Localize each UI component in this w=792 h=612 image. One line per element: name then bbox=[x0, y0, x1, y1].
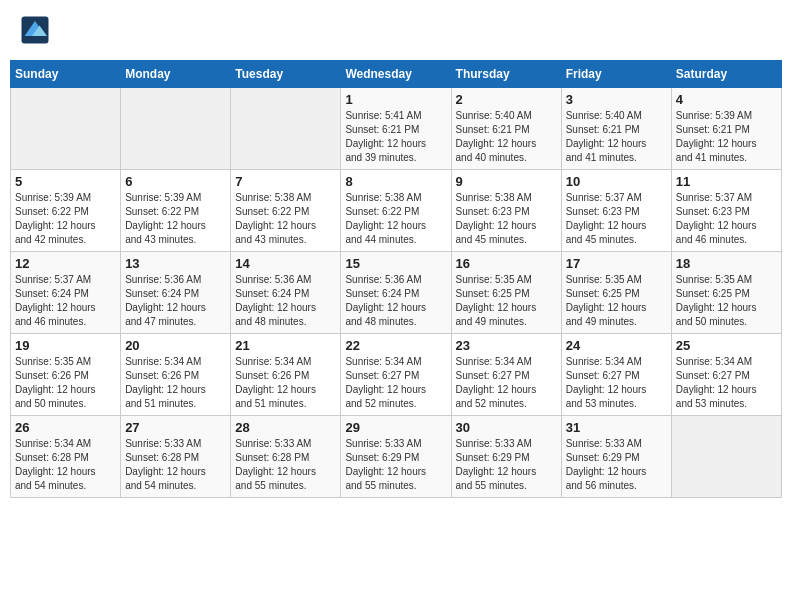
day-info: Sunrise: 5:35 AM Sunset: 6:25 PM Dayligh… bbox=[456, 273, 557, 329]
weekday-header-row: SundayMondayTuesdayWednesdayThursdayFrid… bbox=[11, 61, 782, 88]
calendar-cell: 31Sunrise: 5:33 AM Sunset: 6:29 PM Dayli… bbox=[561, 416, 671, 498]
logo bbox=[20, 15, 55, 45]
calendar-table: SundayMondayTuesdayWednesdayThursdayFrid… bbox=[10, 60, 782, 498]
calendar-cell: 13Sunrise: 5:36 AM Sunset: 6:24 PM Dayli… bbox=[121, 252, 231, 334]
calendar-cell: 23Sunrise: 5:34 AM Sunset: 6:27 PM Dayli… bbox=[451, 334, 561, 416]
calendar-cell: 14Sunrise: 5:36 AM Sunset: 6:24 PM Dayli… bbox=[231, 252, 341, 334]
day-info: Sunrise: 5:36 AM Sunset: 6:24 PM Dayligh… bbox=[125, 273, 226, 329]
day-number: 17 bbox=[566, 256, 667, 271]
calendar-cell: 16Sunrise: 5:35 AM Sunset: 6:25 PM Dayli… bbox=[451, 252, 561, 334]
calendar-week-1: 1Sunrise: 5:41 AM Sunset: 6:21 PM Daylig… bbox=[11, 88, 782, 170]
calendar-cell: 22Sunrise: 5:34 AM Sunset: 6:27 PM Dayli… bbox=[341, 334, 451, 416]
day-info: Sunrise: 5:37 AM Sunset: 6:23 PM Dayligh… bbox=[676, 191, 777, 247]
day-info: Sunrise: 5:39 AM Sunset: 6:22 PM Dayligh… bbox=[125, 191, 226, 247]
day-number: 26 bbox=[15, 420, 116, 435]
day-info: Sunrise: 5:38 AM Sunset: 6:23 PM Dayligh… bbox=[456, 191, 557, 247]
calendar-cell: 26Sunrise: 5:34 AM Sunset: 6:28 PM Dayli… bbox=[11, 416, 121, 498]
day-number: 9 bbox=[456, 174, 557, 189]
weekday-header-wednesday: Wednesday bbox=[341, 61, 451, 88]
day-number: 21 bbox=[235, 338, 336, 353]
calendar-cell: 15Sunrise: 5:36 AM Sunset: 6:24 PM Dayli… bbox=[341, 252, 451, 334]
calendar-cell bbox=[231, 88, 341, 170]
day-number: 2 bbox=[456, 92, 557, 107]
calendar-cell: 2Sunrise: 5:40 AM Sunset: 6:21 PM Daylig… bbox=[451, 88, 561, 170]
calendar-cell: 1Sunrise: 5:41 AM Sunset: 6:21 PM Daylig… bbox=[341, 88, 451, 170]
calendar-cell: 28Sunrise: 5:33 AM Sunset: 6:28 PM Dayli… bbox=[231, 416, 341, 498]
day-info: Sunrise: 5:36 AM Sunset: 6:24 PM Dayligh… bbox=[345, 273, 446, 329]
calendar-cell bbox=[11, 88, 121, 170]
day-number: 23 bbox=[456, 338, 557, 353]
day-number: 28 bbox=[235, 420, 336, 435]
day-number: 1 bbox=[345, 92, 446, 107]
calendar-cell: 3Sunrise: 5:40 AM Sunset: 6:21 PM Daylig… bbox=[561, 88, 671, 170]
calendar-cell bbox=[121, 88, 231, 170]
calendar-header: SundayMondayTuesdayWednesdayThursdayFrid… bbox=[11, 61, 782, 88]
calendar-cell: 17Sunrise: 5:35 AM Sunset: 6:25 PM Dayli… bbox=[561, 252, 671, 334]
day-number: 27 bbox=[125, 420, 226, 435]
calendar-cell: 8Sunrise: 5:38 AM Sunset: 6:22 PM Daylig… bbox=[341, 170, 451, 252]
day-number: 25 bbox=[676, 338, 777, 353]
day-number: 15 bbox=[345, 256, 446, 271]
day-number: 6 bbox=[125, 174, 226, 189]
day-number: 14 bbox=[235, 256, 336, 271]
day-number: 8 bbox=[345, 174, 446, 189]
day-number: 3 bbox=[566, 92, 667, 107]
day-number: 29 bbox=[345, 420, 446, 435]
day-number: 12 bbox=[15, 256, 116, 271]
day-info: Sunrise: 5:34 AM Sunset: 6:27 PM Dayligh… bbox=[345, 355, 446, 411]
day-info: Sunrise: 5:40 AM Sunset: 6:21 PM Dayligh… bbox=[456, 109, 557, 165]
day-info: Sunrise: 5:34 AM Sunset: 6:27 PM Dayligh… bbox=[456, 355, 557, 411]
day-number: 24 bbox=[566, 338, 667, 353]
day-info: Sunrise: 5:34 AM Sunset: 6:27 PM Dayligh… bbox=[676, 355, 777, 411]
day-info: Sunrise: 5:34 AM Sunset: 6:26 PM Dayligh… bbox=[125, 355, 226, 411]
day-number: 30 bbox=[456, 420, 557, 435]
calendar-cell: 5Sunrise: 5:39 AM Sunset: 6:22 PM Daylig… bbox=[11, 170, 121, 252]
calendar-body: 1Sunrise: 5:41 AM Sunset: 6:21 PM Daylig… bbox=[11, 88, 782, 498]
day-info: Sunrise: 5:33 AM Sunset: 6:28 PM Dayligh… bbox=[235, 437, 336, 493]
day-info: Sunrise: 5:41 AM Sunset: 6:21 PM Dayligh… bbox=[345, 109, 446, 165]
calendar-cell: 9Sunrise: 5:38 AM Sunset: 6:23 PM Daylig… bbox=[451, 170, 561, 252]
day-info: Sunrise: 5:37 AM Sunset: 6:23 PM Dayligh… bbox=[566, 191, 667, 247]
day-info: Sunrise: 5:36 AM Sunset: 6:24 PM Dayligh… bbox=[235, 273, 336, 329]
day-info: Sunrise: 5:39 AM Sunset: 6:21 PM Dayligh… bbox=[676, 109, 777, 165]
day-info: Sunrise: 5:33 AM Sunset: 6:29 PM Dayligh… bbox=[345, 437, 446, 493]
day-number: 4 bbox=[676, 92, 777, 107]
day-number: 10 bbox=[566, 174, 667, 189]
weekday-header-tuesday: Tuesday bbox=[231, 61, 341, 88]
weekday-header-thursday: Thursday bbox=[451, 61, 561, 88]
calendar-week-2: 5Sunrise: 5:39 AM Sunset: 6:22 PM Daylig… bbox=[11, 170, 782, 252]
calendar-cell bbox=[671, 416, 781, 498]
calendar-week-5: 26Sunrise: 5:34 AM Sunset: 6:28 PM Dayli… bbox=[11, 416, 782, 498]
day-info: Sunrise: 5:35 AM Sunset: 6:25 PM Dayligh… bbox=[566, 273, 667, 329]
day-info: Sunrise: 5:33 AM Sunset: 6:29 PM Dayligh… bbox=[456, 437, 557, 493]
day-info: Sunrise: 5:35 AM Sunset: 6:26 PM Dayligh… bbox=[15, 355, 116, 411]
day-number: 7 bbox=[235, 174, 336, 189]
day-number: 31 bbox=[566, 420, 667, 435]
weekday-header-monday: Monday bbox=[121, 61, 231, 88]
calendar-week-4: 19Sunrise: 5:35 AM Sunset: 6:26 PM Dayli… bbox=[11, 334, 782, 416]
weekday-header-sunday: Sunday bbox=[11, 61, 121, 88]
day-info: Sunrise: 5:33 AM Sunset: 6:28 PM Dayligh… bbox=[125, 437, 226, 493]
calendar-cell: 6Sunrise: 5:39 AM Sunset: 6:22 PM Daylig… bbox=[121, 170, 231, 252]
weekday-header-friday: Friday bbox=[561, 61, 671, 88]
day-info: Sunrise: 5:39 AM Sunset: 6:22 PM Dayligh… bbox=[15, 191, 116, 247]
day-info: Sunrise: 5:37 AM Sunset: 6:24 PM Dayligh… bbox=[15, 273, 116, 329]
calendar-cell: 20Sunrise: 5:34 AM Sunset: 6:26 PM Dayli… bbox=[121, 334, 231, 416]
day-number: 5 bbox=[15, 174, 116, 189]
weekday-header-saturday: Saturday bbox=[671, 61, 781, 88]
calendar-cell: 10Sunrise: 5:37 AM Sunset: 6:23 PM Dayli… bbox=[561, 170, 671, 252]
day-info: Sunrise: 5:33 AM Sunset: 6:29 PM Dayligh… bbox=[566, 437, 667, 493]
calendar-cell: 11Sunrise: 5:37 AM Sunset: 6:23 PM Dayli… bbox=[671, 170, 781, 252]
calendar-cell: 19Sunrise: 5:35 AM Sunset: 6:26 PM Dayli… bbox=[11, 334, 121, 416]
calendar-cell: 29Sunrise: 5:33 AM Sunset: 6:29 PM Dayli… bbox=[341, 416, 451, 498]
calendar-cell: 24Sunrise: 5:34 AM Sunset: 6:27 PM Dayli… bbox=[561, 334, 671, 416]
day-info: Sunrise: 5:34 AM Sunset: 6:27 PM Dayligh… bbox=[566, 355, 667, 411]
day-info: Sunrise: 5:34 AM Sunset: 6:26 PM Dayligh… bbox=[235, 355, 336, 411]
day-number: 22 bbox=[345, 338, 446, 353]
page-header bbox=[10, 10, 782, 50]
calendar-cell: 30Sunrise: 5:33 AM Sunset: 6:29 PM Dayli… bbox=[451, 416, 561, 498]
day-info: Sunrise: 5:40 AM Sunset: 6:21 PM Dayligh… bbox=[566, 109, 667, 165]
day-info: Sunrise: 5:38 AM Sunset: 6:22 PM Dayligh… bbox=[235, 191, 336, 247]
day-number: 20 bbox=[125, 338, 226, 353]
calendar-cell: 18Sunrise: 5:35 AM Sunset: 6:25 PM Dayli… bbox=[671, 252, 781, 334]
